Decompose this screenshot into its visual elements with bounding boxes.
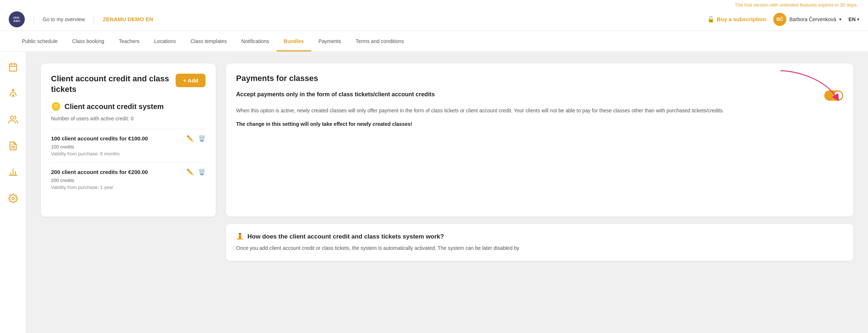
- credit-item-header-2: 200 client account credits for €200.00 ✏…: [51, 169, 206, 175]
- info-card-text: Once you add client account credit or cl…: [236, 244, 843, 252]
- section-title-row: 🪙 Client account credit system: [51, 102, 206, 111]
- sidebar-item-calendar[interactable]: [5, 59, 21, 75]
- payments-title: Payments for classes: [236, 74, 843, 83]
- svg-point-5: [10, 116, 13, 119]
- svg-point-4: [12, 89, 13, 91]
- edit-icon-2[interactable]: ✏️: [187, 169, 194, 175]
- sidebar-item-stats[interactable]: [5, 164, 21, 180]
- card-header: Client account credit and class tickets …: [51, 74, 206, 94]
- sidebar-item-yoga[interactable]: [5, 85, 21, 101]
- tab-teachers[interactable]: Teachers: [112, 31, 147, 51]
- credit-item-sub-2: 200 credits: [51, 178, 206, 183]
- info-card: 🧘 How does the client account credit and…: [226, 224, 853, 261]
- tab-notifications[interactable]: Notifications: [234, 31, 276, 51]
- payment-description: When this option is active, newly create…: [236, 107, 843, 115]
- user-avatar: BČ: [773, 13, 786, 26]
- divider: [34, 15, 34, 24]
- svg-rect-0: [9, 64, 17, 71]
- divider2: [94, 15, 94, 24]
- main-layout: Client account credit and class tickets …: [0, 52, 868, 333]
- edit-icon[interactable]: ✏️: [187, 135, 194, 142]
- toggle-row: Accept payments only in the form of clas…: [236, 90, 843, 101]
- credit-item-header: 100 client account credits for €100.00 ✏…: [51, 135, 206, 142]
- toggle-switch[interactable]: [824, 90, 843, 101]
- credit-item: 200 client account credits for €200.00 ✏…: [51, 162, 206, 196]
- tab-bundles[interactable]: Bundles: [277, 31, 311, 51]
- user-name: Barbora Červenková: [789, 16, 836, 22]
- tab-class-templates[interactable]: Class templates: [183, 31, 234, 51]
- delete-icon-2[interactable]: 🗑️: [198, 169, 206, 175]
- tab-public-schedule[interactable]: Public schedule: [15, 31, 65, 51]
- content-area: Client account credit and class tickets …: [26, 52, 868, 333]
- trial-notice: The trial version with unlimited feature…: [735, 2, 858, 8]
- card-title: Client account credit and class tickets: [51, 74, 176, 94]
- toggle-knob: [834, 92, 842, 100]
- credit-item-sub: 100 credits: [51, 144, 206, 150]
- toggle-label: Accept payments only in the form of clas…: [236, 90, 824, 98]
- sidebar-item-settings[interactable]: [5, 190, 21, 206]
- add-button[interactable]: + Add: [176, 74, 206, 87]
- credit-actions: ✏️ 🗑️: [187, 135, 206, 142]
- sidebar-item-reports[interactable]: [5, 138, 21, 154]
- credit-item-name-2: 200 client account credits for €200.00: [51, 169, 148, 175]
- go-to-overview-link[interactable]: Go to my overview: [43, 16, 85, 22]
- tab-class-booking[interactable]: Class booking: [65, 31, 112, 51]
- left-card: Client account credit and class tickets …: [41, 63, 216, 217]
- sidebar: [0, 52, 26, 333]
- coins-icon: 🪙: [51, 102, 61, 111]
- right-card: Payments for classes Accept payments onl…: [226, 63, 853, 217]
- credit-item: 100 client account credits for €100.00 ✏…: [51, 129, 206, 162]
- info-icon: 🧘: [236, 233, 244, 240]
- logo-area: ZENAMU: [9, 11, 25, 27]
- credit-item-validity-2: Validity from purchase: 1 year: [51, 185, 206, 190]
- logo-icon: ZENAMU: [9, 11, 25, 27]
- right-column: Payments for classes Accept payments onl…: [226, 63, 853, 261]
- topbar-right: 🔓 Buy a subscription BČ Barbora Červenko…: [707, 13, 859, 26]
- tab-payments[interactable]: Payments: [311, 31, 348, 51]
- section-title: Client account credit system: [64, 102, 164, 111]
- language-selector[interactable]: EN ▾: [849, 16, 859, 22]
- sidebar-item-clients[interactable]: [5, 112, 21, 128]
- tab-locations[interactable]: Locations: [147, 31, 183, 51]
- info-card-title: 🧘 How does the client account credit and…: [236, 233, 843, 240]
- info-card-title-text: How does the client account credit and c…: [247, 233, 444, 240]
- user-menu[interactable]: BČ Barbora Červenková ▾: [773, 13, 841, 26]
- delete-icon[interactable]: 🗑️: [198, 135, 206, 142]
- topbar: ZENAMU Go to my overview ZENAMU DEMO EN …: [0, 8, 868, 31]
- buy-sub-label: Buy a subscription: [717, 16, 766, 22]
- tab-terms[interactable]: Terms and conditions: [348, 31, 411, 51]
- buy-subscription-button[interactable]: 🔓 Buy a subscription: [707, 16, 766, 23]
- credit-item-name: 100 client account credits for €100.00: [51, 135, 148, 142]
- nav-tabs: Public schedule Class booking Teachers L…: [0, 31, 868, 52]
- svg-point-12: [12, 197, 14, 200]
- payment-warning: The change in this setting will only tak…: [236, 120, 843, 128]
- chevron-down-icon: ▾: [839, 17, 841, 22]
- lang-chevron-icon: ▾: [857, 17, 859, 22]
- demo-label: ZENAMU DEMO EN: [103, 16, 153, 22]
- credit-actions-2: ✏️ 🗑️: [187, 169, 206, 175]
- credit-item-validity: Validity from purchase: 6 months: [51, 151, 206, 156]
- active-users-text: Number of users with active credit: 0: [51, 116, 206, 121]
- user-initials: BČ: [777, 16, 783, 22]
- language-label: EN: [849, 16, 856, 22]
- lock-icon: 🔓: [707, 16, 715, 23]
